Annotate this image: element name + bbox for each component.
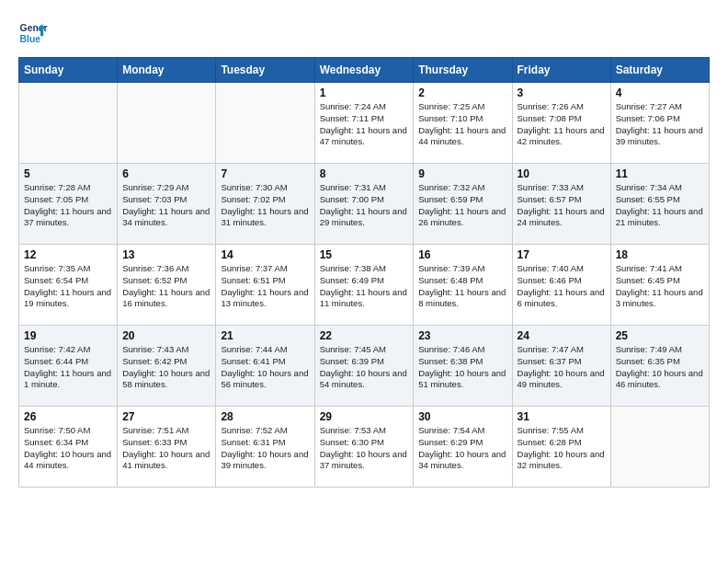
calendar-cell: 7Sunrise: 7:30 AM Sunset: 7:02 PM Daylig… <box>216 164 314 245</box>
calendar-cell: 26Sunrise: 7:50 AM Sunset: 6:34 PM Dayli… <box>19 407 118 488</box>
day-number: 21 <box>221 329 309 342</box>
calendar-cell: 20Sunrise: 7:43 AM Sunset: 6:42 PM Dayli… <box>118 326 216 407</box>
day-number: 12 <box>24 248 112 261</box>
week-row-2: 5Sunrise: 7:28 AM Sunset: 7:05 PM Daylig… <box>19 164 710 245</box>
cell-info: Sunrise: 7:54 AM Sunset: 6:29 PM Dayligh… <box>418 425 506 472</box>
cell-info: Sunrise: 7:41 AM Sunset: 6:45 PM Dayligh… <box>616 263 704 310</box>
cell-info: Sunrise: 7:27 AM Sunset: 7:06 PM Dayligh… <box>616 101 704 148</box>
logo-icon: General Blue <box>18 18 48 48</box>
calendar-table: SundayMondayTuesdayWednesdayThursdayFrid… <box>18 57 710 488</box>
calendar-cell <box>216 83 314 164</box>
cell-info: Sunrise: 7:55 AM Sunset: 6:28 PM Dayligh… <box>518 425 606 472</box>
week-row-4: 19Sunrise: 7:42 AM Sunset: 6:44 PM Dayli… <box>19 326 710 407</box>
calendar-cell: 19Sunrise: 7:42 AM Sunset: 6:44 PM Dayli… <box>19 326 118 407</box>
cell-info: Sunrise: 7:42 AM Sunset: 6:44 PM Dayligh… <box>24 344 112 391</box>
day-number: 19 <box>24 329 112 342</box>
calendar-cell: 13Sunrise: 7:36 AM Sunset: 6:52 PM Dayli… <box>118 245 216 326</box>
day-number: 11 <box>616 167 704 180</box>
calendar-cell: 22Sunrise: 7:45 AM Sunset: 6:39 PM Dayli… <box>314 326 414 407</box>
day-number: 6 <box>122 167 210 180</box>
calendar-cell: 27Sunrise: 7:51 AM Sunset: 6:33 PM Dayli… <box>118 407 216 488</box>
cell-info: Sunrise: 7:26 AM Sunset: 7:08 PM Dayligh… <box>518 101 606 148</box>
day-number: 23 <box>418 329 506 342</box>
cell-info: Sunrise: 7:40 AM Sunset: 6:46 PM Dayligh… <box>518 263 606 310</box>
cell-info: Sunrise: 7:46 AM Sunset: 6:38 PM Dayligh… <box>418 344 506 391</box>
day-number: 9 <box>418 167 506 180</box>
header-cell-monday: Monday <box>118 58 216 83</box>
calendar-cell: 25Sunrise: 7:49 AM Sunset: 6:35 PM Dayli… <box>610 326 709 407</box>
day-number: 18 <box>616 248 704 261</box>
cell-info: Sunrise: 7:33 AM Sunset: 6:57 PM Dayligh… <box>518 182 606 229</box>
calendar-cell: 17Sunrise: 7:40 AM Sunset: 6:46 PM Dayli… <box>512 245 610 326</box>
cell-info: Sunrise: 7:53 AM Sunset: 6:30 PM Dayligh… <box>320 425 409 472</box>
day-number: 22 <box>320 329 409 342</box>
calendar-cell: 16Sunrise: 7:39 AM Sunset: 6:48 PM Dayli… <box>414 245 512 326</box>
calendar-cell: 8Sunrise: 7:31 AM Sunset: 7:00 PM Daylig… <box>314 164 414 245</box>
calendar-cell: 29Sunrise: 7:53 AM Sunset: 6:30 PM Dayli… <box>314 407 414 488</box>
cell-info: Sunrise: 7:38 AM Sunset: 6:49 PM Dayligh… <box>320 263 409 310</box>
cell-info: Sunrise: 7:35 AM Sunset: 6:54 PM Dayligh… <box>24 263 112 310</box>
header-cell-wednesday: Wednesday <box>314 58 414 83</box>
day-number: 4 <box>616 86 704 99</box>
calendar-cell: 3Sunrise: 7:26 AM Sunset: 7:08 PM Daylig… <box>512 83 610 164</box>
week-row-5: 26Sunrise: 7:50 AM Sunset: 6:34 PM Dayli… <box>19 407 710 488</box>
week-row-1: 1Sunrise: 7:24 AM Sunset: 7:11 PM Daylig… <box>19 83 710 164</box>
cell-info: Sunrise: 7:30 AM Sunset: 7:02 PM Dayligh… <box>221 182 309 229</box>
calendar-cell: 28Sunrise: 7:52 AM Sunset: 6:31 PM Dayli… <box>216 407 314 488</box>
cell-info: Sunrise: 7:28 AM Sunset: 7:05 PM Dayligh… <box>24 182 112 229</box>
cell-info: Sunrise: 7:39 AM Sunset: 6:48 PM Dayligh… <box>418 263 506 310</box>
calendar-cell <box>610 407 709 488</box>
day-number: 3 <box>518 86 606 99</box>
day-number: 31 <box>518 410 606 423</box>
calendar-cell: 11Sunrise: 7:34 AM Sunset: 6:55 PM Dayli… <box>610 164 709 245</box>
calendar-cell: 30Sunrise: 7:54 AM Sunset: 6:29 PM Dayli… <box>414 407 512 488</box>
cell-info: Sunrise: 7:52 AM Sunset: 6:31 PM Dayligh… <box>221 425 309 472</box>
header-row: SundayMondayTuesdayWednesdayThursdayFrid… <box>19 58 710 83</box>
calendar-cell: 15Sunrise: 7:38 AM Sunset: 6:49 PM Dayli… <box>314 245 414 326</box>
calendar-cell: 31Sunrise: 7:55 AM Sunset: 6:28 PM Dayli… <box>512 407 610 488</box>
day-number: 13 <box>122 248 210 261</box>
cell-info: Sunrise: 7:37 AM Sunset: 6:51 PM Dayligh… <box>221 263 309 310</box>
day-number: 28 <box>221 410 309 423</box>
cell-info: Sunrise: 7:24 AM Sunset: 7:11 PM Dayligh… <box>320 101 409 148</box>
cell-info: Sunrise: 7:47 AM Sunset: 6:37 PM Dayligh… <box>518 344 606 391</box>
cell-info: Sunrise: 7:51 AM Sunset: 6:33 PM Dayligh… <box>122 425 210 472</box>
day-number: 25 <box>616 329 704 342</box>
day-number: 10 <box>518 167 606 180</box>
day-number: 7 <box>221 167 309 180</box>
day-number: 30 <box>418 410 506 423</box>
cell-info: Sunrise: 7:49 AM Sunset: 6:35 PM Dayligh… <box>616 344 704 391</box>
cell-info: Sunrise: 7:43 AM Sunset: 6:42 PM Dayligh… <box>122 344 210 391</box>
header-cell-thursday: Thursday <box>414 58 512 83</box>
header-cell-saturday: Saturday <box>610 58 709 83</box>
calendar-cell: 24Sunrise: 7:47 AM Sunset: 6:37 PM Dayli… <box>512 326 610 407</box>
calendar-cell: 21Sunrise: 7:44 AM Sunset: 6:41 PM Dayli… <box>216 326 314 407</box>
day-number: 8 <box>320 167 409 180</box>
header-cell-friday: Friday <box>512 58 610 83</box>
calendar-cell: 12Sunrise: 7:35 AM Sunset: 6:54 PM Dayli… <box>19 245 118 326</box>
cell-info: Sunrise: 7:36 AM Sunset: 6:52 PM Dayligh… <box>122 263 210 310</box>
day-number: 14 <box>221 248 309 261</box>
calendar-cell: 18Sunrise: 7:41 AM Sunset: 6:45 PM Dayli… <box>610 245 709 326</box>
cell-info: Sunrise: 7:31 AM Sunset: 7:00 PM Dayligh… <box>320 182 409 229</box>
calendar-cell: 6Sunrise: 7:29 AM Sunset: 7:03 PM Daylig… <box>118 164 216 245</box>
page-header: General Blue <box>18 18 710 48</box>
day-number: 29 <box>320 410 409 423</box>
calendar-cell: 10Sunrise: 7:33 AM Sunset: 6:57 PM Dayli… <box>512 164 610 245</box>
day-number: 27 <box>122 410 210 423</box>
calendar-cell: 23Sunrise: 7:46 AM Sunset: 6:38 PM Dayli… <box>414 326 512 407</box>
calendar-cell: 2Sunrise: 7:25 AM Sunset: 7:10 PM Daylig… <box>414 83 512 164</box>
day-number: 24 <box>518 329 606 342</box>
day-number: 26 <box>24 410 112 423</box>
day-number: 17 <box>518 248 606 261</box>
logo: General Blue <box>18 18 51 48</box>
cell-info: Sunrise: 7:34 AM Sunset: 6:55 PM Dayligh… <box>616 182 704 229</box>
calendar-cell <box>118 83 216 164</box>
cell-info: Sunrise: 7:32 AM Sunset: 6:59 PM Dayligh… <box>418 182 506 229</box>
day-number: 5 <box>24 167 112 180</box>
svg-text:Blue: Blue <box>20 34 41 44</box>
cell-info: Sunrise: 7:44 AM Sunset: 6:41 PM Dayligh… <box>221 344 309 391</box>
cell-info: Sunrise: 7:50 AM Sunset: 6:34 PM Dayligh… <box>24 425 112 472</box>
calendar-cell: 5Sunrise: 7:28 AM Sunset: 7:05 PM Daylig… <box>19 164 118 245</box>
cell-info: Sunrise: 7:29 AM Sunset: 7:03 PM Dayligh… <box>122 182 210 229</box>
